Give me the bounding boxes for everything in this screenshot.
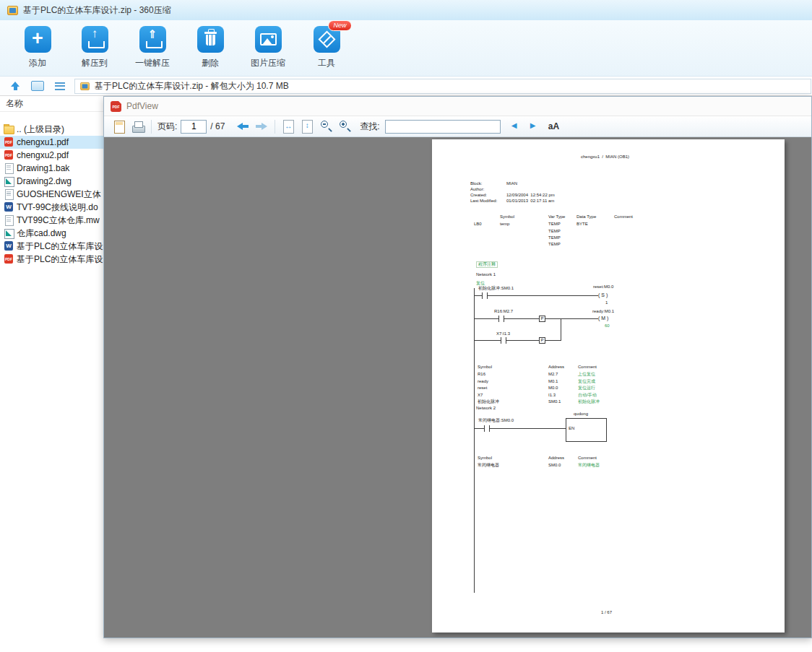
coil-label: ready:M0.1 [592,309,614,314]
ladder-wire [474,340,561,341]
var-table-cell: TEMP [548,235,561,240]
var-table-cell: TEMP [548,229,561,234]
toolbar-separator [151,120,152,134]
block-value: MIAN [506,181,517,186]
window-title: 基于PLC的立体车库设计.zip - 360压缩 [23,4,171,17]
var-table-header: Var Type [548,214,565,219]
network2-label: Network 2 [476,406,496,411]
pdf-file-icon [4,254,14,264]
find-next-icon[interactable] [528,119,543,134]
address-cell: SM0.1 [548,399,561,404]
file-name: 基于PLC的立体车库设 [17,240,103,253]
zoom-out-icon[interactable] [319,119,333,134]
file-row[interactable]: chengxu2.pdf [0,149,103,162]
program-comment: 程序注释 [476,261,498,268]
fit-page-icon[interactable] [300,119,314,134]
block-value: 12/09/2004 12:54:22 pm [506,193,555,198]
pdf-page: chengxu1 / MIAN (OB1) Block: MIAN Author… [432,139,785,633]
one-click-extract-button[interactable]: 一键解压 [126,26,178,74]
file-row[interactable]: 基于PLC的立体车库设 [0,253,103,266]
tools-button[interactable]: New 工具 [301,26,353,74]
up-level-icon[interactable] [7,79,23,93]
previous-page-icon[interactable] [236,119,250,134]
page-number-input[interactable] [181,120,207,134]
print-icon[interactable] [131,119,145,134]
var-table-header: Comment [614,214,633,219]
comment-cell: 上位复位 [578,372,595,377]
file-row[interactable]: GUOSHENGWEI立体 [0,188,103,201]
file-row[interactable]: .. (上级目录) [0,123,103,136]
360zip-window: 基于PLC的立体车库设计.zip - 360压缩 添加 解压到 一键解压 删除 … [0,0,812,652]
dwg-file-icon [4,228,14,238]
file-row-selected[interactable]: chengxu1.pdf [0,136,103,149]
fit-width-icon[interactable] [281,119,295,134]
find-label: 查找: [360,121,379,133]
one-click-extract-icon [139,26,166,53]
comment-cell: 自动/手动 [578,393,597,398]
pdfview-window: PdfView 页码: / 67 查找: aA chengxu1 [103,96,812,638]
pdf-file-icon [4,137,14,147]
file-row[interactable]: TVT-99C接线说明.do [0,201,103,214]
font-size-icon[interactable]: aA [548,121,559,131]
var-table-header: Data Type [576,214,596,219]
main-toolbar: 添加 解压到 一键解压 删除 图片压缩 New 工具 [0,20,812,77]
zoom-in-icon[interactable] [337,119,352,134]
block-label: Created: [470,193,487,198]
file-row[interactable]: TVT99C立体仓库.mw [0,214,103,227]
comment-cell: 复位运行 [578,386,595,391]
file-row[interactable]: Drawing2.dwg [0,175,103,188]
add-button[interactable]: 添加 [12,26,64,74]
archive-icon [7,6,18,15]
block-value: 01/01/2013 02:17:11 am [506,199,554,204]
symbol-cell: X7 [478,393,483,398]
symbol-table-header: Symbol [478,365,492,370]
generic-file-icon [4,189,14,199]
network1-title: 复位 [476,281,485,286]
toolbar-button-label: 添加 [29,57,46,69]
open-document-icon[interactable] [112,119,126,134]
address-cell: M0.0 [548,386,558,391]
delete-button[interactable]: 删除 [184,26,236,74]
extract-to-button[interactable]: 解压到 [69,26,121,74]
contact-symbol [484,425,490,432]
power-rail [474,288,475,593]
ladder-junction [561,318,561,341]
symbol-table-header: Comment [578,456,597,461]
next-page-icon[interactable] [254,119,269,134]
column-header-name[interactable]: 名称 [0,96,103,112]
address-field[interactable]: 基于PLC的立体车库设计.zip - 解包大小为 10.7 MB [74,79,811,94]
dwg-file-icon [4,176,14,186]
ladder-wire [474,295,598,296]
pdf-file-icon [4,150,14,160]
address-cell: I1.3 [548,393,556,398]
find-input[interactable] [385,120,501,134]
symbol-cell: ready [478,379,488,384]
var-table-cell: BYTE [576,222,588,227]
delete-icon [197,26,224,53]
var-table-header: Symbol [500,214,514,219]
archive-path-text: 基于PLC的立体车库设计.zip - 解包大小为 10.7 MB [95,80,289,92]
symbol-cell: 初始化脉冲 [478,399,499,404]
file-row[interactable]: 仓库cad.dwg [0,227,103,240]
doc-file-icon [4,241,14,251]
list-view-icon[interactable] [52,79,68,93]
block-label: Last Modified: [470,199,497,204]
find-previous-icon[interactable] [509,119,524,134]
view-pane-icon[interactable] [30,79,46,93]
coil-label: reset:M0.0 [593,284,613,290]
symbol-cell: 常闭继电器 [478,463,499,468]
comment-cell: 复位完成 [578,379,595,384]
image-compress-button[interactable]: 图片压缩 [242,26,294,74]
file-name: chengxu1.pdf [17,137,69,147]
file-row[interactable]: 基于PLC的立体车库设 [0,240,103,253]
symbol-cell: R16 [478,372,485,377]
var-table-cell: temp [500,222,509,227]
comment-cell: 常闭继电器 [578,463,600,468]
add-icon [25,26,51,53]
folder-icon [4,124,14,134]
function-box-port: EN [569,426,574,431]
file-row[interactable]: Drawing1.bak [0,162,103,175]
var-table-cell: TEMP [548,242,561,247]
toolbar-separator [275,120,275,134]
coil-count: 1 [605,300,608,305]
